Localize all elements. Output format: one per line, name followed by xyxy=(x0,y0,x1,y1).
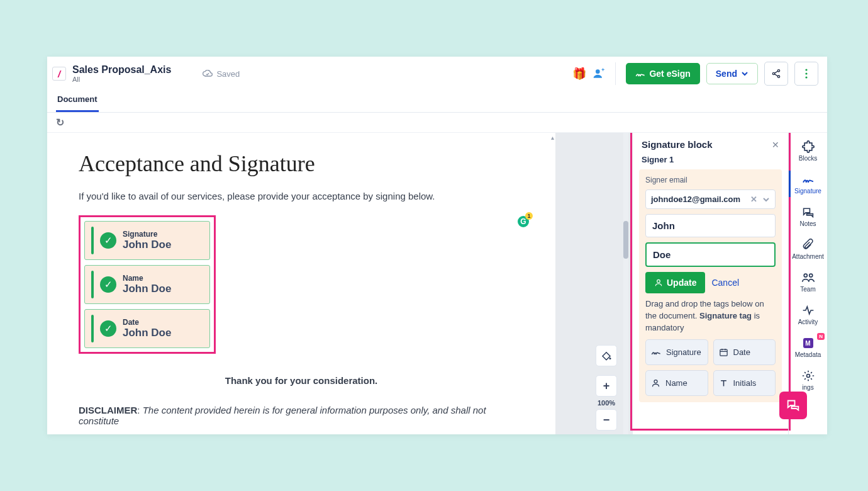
rail-attachment[interactable]: Attachment xyxy=(789,237,827,261)
signer-email-select[interactable]: johndoe12@gmail.com ✕ xyxy=(645,189,776,209)
cancel-button[interactable]: Cancel xyxy=(711,278,739,288)
kebab-icon xyxy=(805,69,808,79)
person-icon xyxy=(654,278,663,287)
chat-fab[interactable] xyxy=(779,392,807,419)
document-page: ▴ Acceptance and Signature If you'd like… xyxy=(47,133,555,434)
check-icon: ✓ xyxy=(100,276,116,293)
svg-point-8 xyxy=(609,358,611,359)
svg-point-13 xyxy=(809,274,812,277)
svg-rect-10 xyxy=(720,349,726,356)
check-icon: ✓ xyxy=(100,320,116,337)
app-logo[interactable]: / xyxy=(52,67,66,81)
date-label: Date xyxy=(123,318,171,327)
svg-point-14 xyxy=(806,375,810,378)
date-block[interactable]: ✓ Date John Doe xyxy=(84,309,210,348)
paperclip-icon xyxy=(803,239,814,251)
signer-card: Signer email johndoe12@gmail.com ✕ John … xyxy=(639,169,782,402)
activity-icon xyxy=(802,304,815,317)
signature-blocks-highlight: ✓ Signature John Doe ✓ Name John Doe xyxy=(79,215,216,354)
tag-date[interactable]: Date xyxy=(713,339,776,365)
date-value: John Doe xyxy=(123,327,171,339)
disclaimer: DISCLAIMER: The content provided herein … xyxy=(79,405,524,426)
svg-point-9 xyxy=(657,279,660,283)
right-rail: Blocks Signature Notes Attachment xyxy=(788,133,827,434)
gear-icon xyxy=(802,370,815,382)
share-button[interactable] xyxy=(764,62,788,86)
get-esign-button[interactable]: Get eSign xyxy=(626,63,699,84)
scroll-up-icon[interactable]: ▴ xyxy=(551,134,554,141)
text-icon xyxy=(719,378,728,388)
cloud-saved-icon xyxy=(203,70,213,77)
svg-point-7 xyxy=(805,76,807,78)
signature-panel: Signature block ✕ Signer 1 Signer email … xyxy=(632,133,788,434)
more-menu-button[interactable] xyxy=(794,62,818,86)
signature-icon xyxy=(635,69,645,78)
canvas-scrollbar[interactable] xyxy=(623,133,628,434)
chat-icon xyxy=(802,206,815,218)
zoom-in-button[interactable]: + xyxy=(596,375,617,397)
add-person-icon[interactable]: + xyxy=(593,67,605,80)
team-icon xyxy=(801,271,815,284)
grammarly-icon[interactable]: G xyxy=(516,215,530,229)
new-badge: N xyxy=(817,333,825,340)
app-window: / Sales Proposal_Axis All Saved 🎁 + Get … xyxy=(47,57,827,434)
signature-block[interactable]: ✓ Signature John Doe xyxy=(84,221,210,260)
email-value: johndoe12@gmail.com xyxy=(651,195,740,204)
svg-point-11 xyxy=(654,380,657,383)
thankyou-text: Thank you for your consideration. xyxy=(79,375,524,386)
check-icon: ✓ xyxy=(100,232,116,249)
rail-notes[interactable]: Notes xyxy=(789,205,827,229)
rail-signature[interactable]: Signature xyxy=(789,172,827,196)
metadata-icon: M xyxy=(803,338,813,348)
drag-hint: Drag and drop the tags below on the docu… xyxy=(645,298,776,334)
signature-value: John Doe xyxy=(123,239,171,251)
saved-label: Saved xyxy=(216,69,240,79)
clear-icon[interactable]: ✕ xyxy=(750,195,757,204)
tab-document[interactable]: Document xyxy=(56,91,99,112)
update-button[interactable]: Update xyxy=(645,272,705,293)
share-icon xyxy=(771,69,781,79)
rail-settings[interactable]: ings xyxy=(789,368,827,392)
name-value: John Doe xyxy=(123,283,171,295)
tag-name[interactable]: Name xyxy=(645,370,708,396)
chevron-down-icon[interactable] xyxy=(762,196,770,203)
gift-icon[interactable]: 🎁 xyxy=(572,67,586,81)
reload-button[interactable]: ↻ xyxy=(56,117,64,128)
panel-title: Signature block xyxy=(642,139,713,150)
document-title[interactable]: Sales Proposal_Axis xyxy=(72,64,171,76)
rail-team[interactable]: Team xyxy=(789,270,827,294)
chevron-down-icon xyxy=(741,70,748,77)
page-heading: Acceptance and Signature xyxy=(79,150,524,177)
document-canvas[interactable]: ▴ Acceptance and Signature If you'd like… xyxy=(47,133,632,434)
name-label: Name xyxy=(123,274,171,283)
send-button[interactable]: Send xyxy=(706,63,758,84)
signature-icon xyxy=(802,173,815,186)
svg-text:+: + xyxy=(602,67,605,73)
calendar-icon xyxy=(719,347,728,357)
header-actions: 🎁 + Get eSign Send xyxy=(572,62,818,86)
body: ▴ Acceptance and Signature If you'd like… xyxy=(47,133,827,434)
svg-point-12 xyxy=(804,274,807,277)
signer-heading: Signer 1 xyxy=(639,152,782,169)
rail-blocks[interactable]: Blocks xyxy=(789,139,827,163)
name-block[interactable]: ✓ Name John Doe xyxy=(84,265,210,304)
last-name-input[interactable]: Doe xyxy=(645,242,776,267)
header: / Sales Proposal_Axis All Saved 🎁 + Get … xyxy=(47,57,827,86)
svg-point-6 xyxy=(805,72,807,74)
svg-point-0 xyxy=(596,69,600,74)
zoom-out-button[interactable]: − xyxy=(596,409,617,431)
tag-initials[interactable]: Initials xyxy=(713,370,776,396)
fill-tool-button[interactable] xyxy=(596,345,617,366)
signature-icon xyxy=(651,347,661,356)
rail-metadata[interactable]: N M Metadata xyxy=(789,336,827,359)
close-panel-button[interactable]: ✕ xyxy=(772,140,779,150)
first-name-input[interactable]: John xyxy=(645,214,776,237)
puzzle-icon xyxy=(802,140,815,153)
email-field-label: Signer email xyxy=(645,176,776,184)
svg-point-5 xyxy=(805,69,807,71)
canvas-controls: + 100% − xyxy=(596,345,617,431)
canvas-scrollthumb[interactable] xyxy=(623,221,628,259)
person-icon xyxy=(651,378,660,388)
rail-activity[interactable]: Activity xyxy=(789,303,827,327)
tag-signature[interactable]: Signature xyxy=(645,339,708,365)
